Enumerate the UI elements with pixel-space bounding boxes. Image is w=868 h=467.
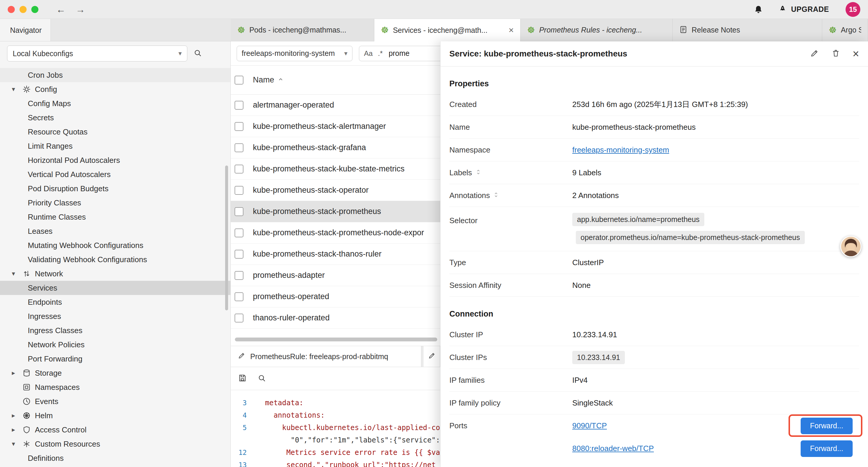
sidebar-item[interactable]: Resource Quotas xyxy=(0,125,230,139)
expand-collapse-icon[interactable] xyxy=(493,191,499,200)
kubeconfig-selector[interactable]: Local Kubeconfigs ▾ xyxy=(7,46,187,61)
expand-chevron-icon[interactable]: ▸ xyxy=(12,369,23,377)
forward-arrow-icon[interactable]: → xyxy=(75,5,85,14)
row-checkbox[interactable] xyxy=(235,143,243,152)
user-avatar[interactable] xyxy=(840,236,862,257)
editor-tab-partial[interactable] xyxy=(423,346,440,367)
sidebar-item[interactable]: Services xyxy=(0,281,230,295)
sidebar-item[interactable]: Config Maps xyxy=(0,96,230,111)
row-checkbox[interactable] xyxy=(235,229,243,237)
port-link[interactable]: 9090/TCP xyxy=(572,421,607,430)
table-row[interactable]: kube-prometheus-stack-prometheus xyxy=(231,201,440,222)
sidebar-item[interactable]: Runtime Classes xyxy=(0,210,230,224)
match-case-toggle[interactable]: Aa xyxy=(364,49,373,58)
sidebar-item[interactable]: ▸ Storage xyxy=(0,366,230,380)
sidebar-search-icon[interactable] xyxy=(193,49,202,59)
select-all-checkbox[interactable] xyxy=(235,76,243,85)
sort-ascending-icon[interactable] xyxy=(274,76,284,84)
sidebar-item[interactable]: ▾ Network xyxy=(0,267,230,281)
row-checkbox[interactable] xyxy=(235,314,243,322)
row-checkbox[interactable] xyxy=(235,186,243,195)
upgrade-button[interactable]: UPGRADE xyxy=(778,5,829,14)
sidebar-item[interactable]: Namespaces xyxy=(0,380,230,394)
window-zoom-button[interactable] xyxy=(31,6,38,13)
editor-search-icon[interactable] xyxy=(257,374,266,384)
table-row[interactable]: kube-prometheus-stack-kube-state-metrics xyxy=(231,158,440,180)
table-row[interactable]: kube-prometheus-stack-thanos-ruler xyxy=(231,243,440,265)
scrollbar-thumb[interactable] xyxy=(235,338,437,341)
tab-release-notes[interactable]: Release Notes xyxy=(673,19,822,41)
sidebar-item[interactable]: Ingress Classes xyxy=(0,323,230,338)
notification-count-badge[interactable]: 15 xyxy=(845,2,860,17)
namespace-filter[interactable]: freeleaps-monitoring-system ▾ xyxy=(237,46,352,61)
sidebar-item[interactable]: Cron Jobs xyxy=(0,68,230,82)
delete-trash-icon[interactable] xyxy=(831,49,840,59)
row-checkbox[interactable] xyxy=(235,122,243,131)
search-input[interactable] xyxy=(388,49,432,58)
horizontal-scrollbar[interactable] xyxy=(231,338,440,342)
sidebar-item[interactable]: Events xyxy=(0,394,230,408)
expand-chevron-icon[interactable]: ▾ xyxy=(12,440,23,448)
sidebar-item[interactable]: Port Forwarding xyxy=(0,352,230,366)
back-arrow-icon[interactable]: ← xyxy=(56,5,66,14)
expand-chevron-icon[interactable]: ▾ xyxy=(12,270,23,278)
table-row[interactable]: kube-prometheus-stack-operator xyxy=(231,180,440,201)
row-checkbox[interactable] xyxy=(235,271,243,280)
sidebar-item[interactable]: Validating Webhook Configurations xyxy=(0,253,230,267)
expand-chevron-icon[interactable]: ▸ xyxy=(12,412,23,419)
expand-chevron-icon[interactable]: ▾ xyxy=(12,85,23,93)
table-row[interactable]: kube-prometheus-stack-alertmanager xyxy=(231,116,440,137)
tab-services[interactable]: ☸ Services - icecheng@math... × xyxy=(374,19,521,41)
forward-button[interactable]: Forward... xyxy=(801,418,852,434)
table-row[interactable]: thanos-ruler-operated xyxy=(231,308,440,329)
table-row[interactable]: kube-prometheus-stack-prometheus-node-ex… xyxy=(231,222,440,243)
table-row[interactable]: kube-prometheus-stack-grafana xyxy=(231,137,440,158)
sidebar-scrollbar[interactable] xyxy=(225,166,228,310)
sidebar-item[interactable]: ▸ Access Control xyxy=(0,423,230,437)
namespace-link[interactable]: freeleaps-monitoring-system xyxy=(572,145,669,154)
tab-close-icon[interactable]: × xyxy=(508,25,514,35)
tab-pods[interactable]: ☸ Pods - icecheng@mathmas... xyxy=(231,19,374,41)
editor-tab[interactable]: PrometheusRule: freeleaps-prod-rabbitmq xyxy=(231,346,421,367)
expand-collapse-icon[interactable] xyxy=(475,168,482,177)
table-row[interactable]: prometheus-operated xyxy=(231,286,440,308)
navigator-panel-tab[interactable]: Navigator xyxy=(0,19,51,41)
row-checkbox[interactable] xyxy=(235,101,243,110)
row-checkbox[interactable] xyxy=(235,207,243,216)
sidebar-item[interactable]: Definitions xyxy=(0,451,230,465)
window-close-button[interactable] xyxy=(8,6,15,13)
sidebar-item[interactable]: Secrets xyxy=(0,111,230,125)
yaml-editor[interactable]: 3 metadata: 4 annotations: 5 kubectl.kub… xyxy=(231,390,440,467)
name-column-header[interactable]: Name xyxy=(253,76,274,85)
tab-prometheus-rules[interactable]: ☸ Prometheus Rules - icecheng... xyxy=(521,19,673,41)
expand-chevron-icon[interactable]: ▸ xyxy=(12,426,23,434)
sidebar-item[interactable]: Network Policies xyxy=(0,338,230,352)
drawer-close-icon[interactable]: × xyxy=(852,48,859,59)
tab-argo[interactable]: ☸ Argo S xyxy=(822,19,868,41)
sidebar-item[interactable]: Leases xyxy=(0,224,230,238)
regex-toggle[interactable]: .* xyxy=(378,49,382,58)
row-checkbox[interactable] xyxy=(235,250,243,259)
sidebar-item[interactable]: Ingresses xyxy=(0,309,230,323)
sidebar-item[interactable]: Horizontal Pod Autoscalers xyxy=(0,153,230,167)
row-checkbox[interactable] xyxy=(235,292,243,301)
window-minimize-button[interactable] xyxy=(20,6,27,13)
forward-button[interactable]: Forward... xyxy=(801,440,852,457)
row-checkbox[interactable] xyxy=(235,165,243,174)
table-row[interactable]: alertmanager-operated xyxy=(231,95,440,116)
save-icon[interactable] xyxy=(238,374,247,384)
sidebar-item[interactable]: ▾ Custom Resources xyxy=(0,437,230,451)
port-link[interactable]: 8080:reloader-web/TCP xyxy=(572,444,654,453)
sidebar-item[interactable]: Endpoints xyxy=(0,295,230,309)
sidebar-item[interactable]: ▸ Helm xyxy=(0,408,230,423)
sidebar-item[interactable]: Limit Ranges xyxy=(0,139,230,153)
sidebar-item[interactable]: Pod Disruption Budgets xyxy=(0,181,230,196)
table-search-box[interactable]: Aa .* xyxy=(359,46,440,61)
sidebar-item[interactable]: Mutating Webhook Configurations xyxy=(0,238,230,253)
sidebar-item[interactable]: Priority Classes xyxy=(0,196,230,210)
notifications-bell-icon[interactable] xyxy=(754,5,763,14)
edit-pencil-icon[interactable] xyxy=(810,49,819,59)
table-row[interactable]: prometheus-adapter xyxy=(231,265,440,286)
sidebar-item[interactable]: Vertical Pod Autoscalers xyxy=(0,167,230,181)
sidebar-item[interactable]: ▾ Config xyxy=(0,82,230,96)
